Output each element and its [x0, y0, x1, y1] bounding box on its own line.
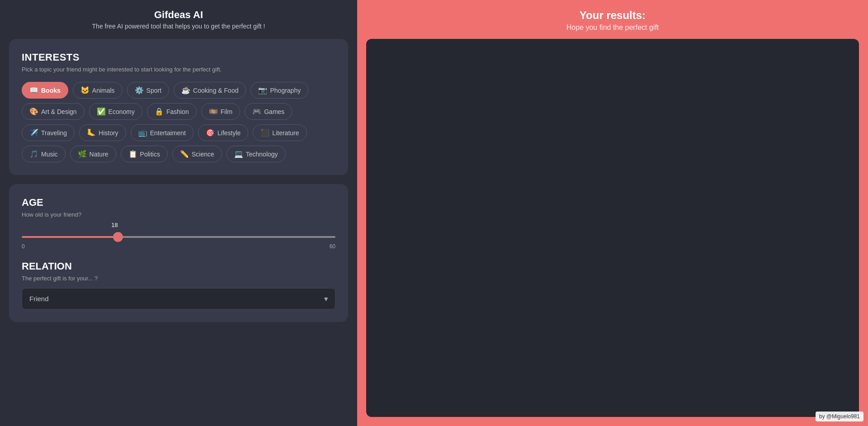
tag-label-nature: Nature: [90, 151, 108, 158]
interests-card: INTERESTS Pick a topic your friend might…: [9, 39, 348, 175]
tag-fashion[interactable]: 🔒Fashion: [147, 103, 197, 120]
history-icon: 🦶: [87, 128, 96, 137]
slider-value: 18: [111, 222, 118, 228]
animals-icon: 🐱: [80, 86, 90, 95]
games-icon: 🎮: [252, 107, 261, 116]
tag-books[interactable]: 📖Books: [22, 82, 68, 99]
tag-nature[interactable]: 🌿Nature: [70, 146, 116, 162]
left-panel: Gifdeas AI The free AI powered tool that…: [0, 0, 357, 426]
tag-lifestyle[interactable]: 🎯Lifestyle: [198, 124, 248, 141]
technology-icon: 💻: [234, 150, 243, 158]
tag-label-traveling: Traveling: [41, 129, 67, 137]
age-slider[interactable]: [22, 236, 335, 238]
tags-container: 📖Books🐱Animals⚙️Sport☕Cooking & Food📷Pho…: [22, 82, 335, 162]
tag-art[interactable]: 🎨Art & Design: [22, 103, 85, 120]
film-icon: 🎞️: [209, 107, 218, 116]
art-icon: 🎨: [29, 107, 38, 116]
nature-icon: 🌿: [78, 150, 87, 158]
tag-cooking[interactable]: ☕Cooking & Food: [174, 82, 246, 99]
fashion-icon: 🔒: [155, 107, 164, 116]
tag-photography[interactable]: 📷Phography: [250, 82, 308, 99]
relation-select[interactable]: FriendPartnerParentSiblingColleagueChild: [22, 288, 335, 309]
tag-label-history: History: [99, 129, 118, 137]
literature-icon: ⬛: [260, 128, 269, 137]
age-card: AGE How old is your friend? 18 0 60 RELA…: [9, 184, 348, 322]
age-title: AGE: [22, 197, 335, 208]
tag-label-lifestyle: Lifestyle: [217, 129, 241, 137]
books-icon: 📖: [29, 86, 38, 95]
tag-label-cooking: Cooking & Food: [193, 87, 238, 94]
tag-label-photography: Phography: [270, 87, 301, 94]
tag-label-science: Science: [192, 151, 214, 158]
tag-entertainment[interactable]: 📺Entertaiment: [131, 124, 193, 141]
politics-icon: 📋: [128, 150, 137, 158]
tag-label-technology: Technology: [246, 151, 278, 158]
tag-music[interactable]: 🎵Music: [22, 146, 66, 162]
tag-history[interactable]: 🦶History: [79, 124, 126, 141]
tag-film[interactable]: 🎞️Film: [201, 103, 240, 120]
results-subtitle: Hope you find the perfect gift: [566, 24, 659, 32]
photography-icon: 📷: [258, 86, 267, 95]
results-header: Your results: Hope you find the perfect …: [566, 9, 659, 32]
slider-labels: 0 60: [22, 243, 335, 250]
app-title: Gifdeas AI: [92, 9, 265, 21]
sport-icon: ⚙️: [135, 86, 144, 95]
interests-subtitle: Pick a topic your friend might be intere…: [22, 66, 335, 73]
tag-technology[interactable]: 💻Technology: [226, 146, 286, 162]
tag-economy[interactable]: ✅Economy: [89, 103, 142, 120]
slider-container: 18 0 60: [22, 232, 335, 250]
tag-label-books: Books: [41, 87, 61, 94]
app-subtitle: The free AI powered tool that helps you …: [92, 23, 265, 30]
tag-label-economy: Economy: [108, 108, 135, 115]
results-area: [366, 39, 859, 417]
results-title: Your results:: [566, 9, 659, 22]
tag-label-film: Film: [221, 108, 232, 115]
traveling-icon: ✈️: [29, 128, 38, 137]
tag-label-entertainment: Entertaiment: [150, 129, 186, 137]
tag-label-politics: Politics: [140, 151, 160, 158]
tag-sport[interactable]: ⚙️Sport: [127, 82, 169, 99]
tag-label-art: Art & Design: [41, 108, 77, 115]
cooking-icon: ☕: [181, 86, 190, 95]
tag-traveling[interactable]: ✈️Traveling: [22, 124, 75, 141]
app-header: Gifdeas AI The free AI powered tool that…: [92, 9, 265, 30]
tag-animals[interactable]: 🐱Animals: [73, 82, 123, 99]
slider-max: 60: [330, 243, 335, 250]
slider-min: 0: [22, 243, 25, 250]
tag-label-games: Games: [264, 108, 284, 115]
science-icon: ✏️: [180, 150, 189, 158]
music-icon: 🎵: [29, 150, 38, 158]
interests-title: INTERESTS: [22, 52, 335, 63]
relation-title: RELATION: [22, 260, 335, 272]
select-wrapper: FriendPartnerParentSiblingColleagueChild…: [22, 288, 335, 309]
lifestyle-icon: 🎯: [206, 128, 215, 137]
tag-games[interactable]: 🎮Games: [245, 103, 292, 120]
entertainment-icon: 📺: [138, 128, 147, 137]
tag-label-music: Music: [41, 151, 58, 158]
tag-label-literature: Literature: [272, 129, 299, 137]
tag-politics[interactable]: 📋Politics: [121, 146, 168, 162]
tag-literature[interactable]: ⬛Literature: [253, 124, 307, 141]
tag-label-sport: Sport: [146, 87, 161, 94]
tag-science[interactable]: ✏️Science: [172, 146, 222, 162]
tag-label-animals: Animals: [92, 87, 115, 94]
relation-subtitle: The perfect gift is for your... ?: [22, 275, 335, 282]
watermark: by @Miguelo981: [816, 412, 863, 421]
economy-icon: ✅: [97, 107, 106, 116]
age-subtitle: How old is your friend?: [22, 211, 335, 218]
tag-label-fashion: Fashion: [166, 108, 189, 115]
right-panel: Your results: Hope you find the perfect …: [357, 0, 868, 426]
